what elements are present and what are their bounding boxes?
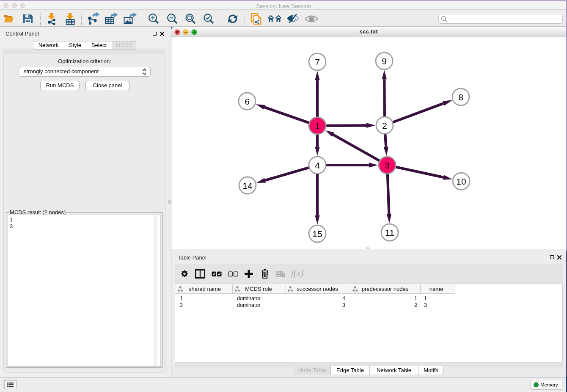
- svg-text:2: 2: [382, 121, 387, 130]
- svg-text:14: 14: [242, 181, 253, 190]
- svg-text:11: 11: [385, 228, 394, 237]
- svg-text:9: 9: [382, 56, 387, 66]
- svg-text:7: 7: [315, 57, 320, 67]
- svg-text:shared name: shared name: [189, 286, 221, 292]
- svg-text:MCDS role: MCDS role: [245, 286, 272, 292]
- svg-text:8: 8: [458, 92, 463, 102]
- svg-text:10: 10: [456, 177, 466, 186]
- svg-text:6: 6: [245, 97, 250, 106]
- svg-text:name: name: [429, 286, 443, 292]
- svg-text:3: 3: [385, 160, 390, 170]
- svg-text:predecessor nodes: predecessor nodes: [362, 286, 409, 292]
- svg-text:15: 15: [312, 229, 322, 239]
- svg-text:successor nodes: successor nodes: [297, 286, 338, 292]
- svg-text:4: 4: [315, 160, 320, 170]
- svg-text:1: 1: [315, 121, 320, 131]
